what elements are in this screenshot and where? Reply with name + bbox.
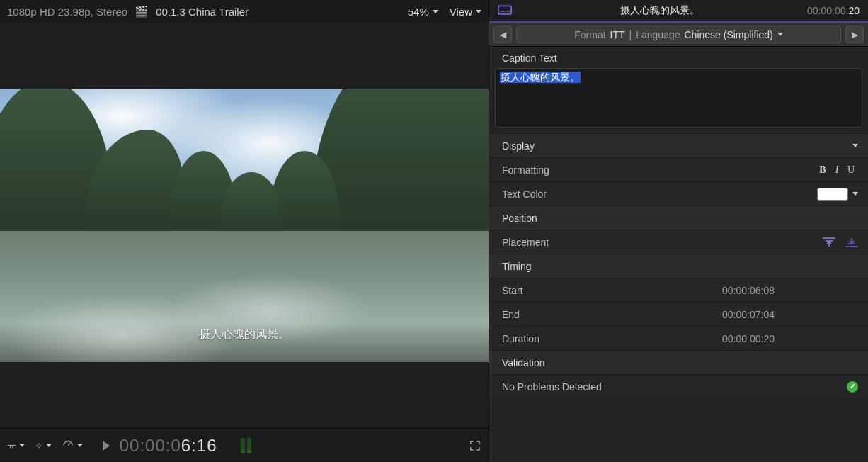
placement-bottom-icon[interactable] bbox=[845, 237, 858, 247]
duration-value[interactable]: 00:00:00:20 bbox=[722, 333, 858, 344]
placement-label: Placement bbox=[502, 237, 823, 248]
caption-text-input[interactable]: 摄人心魄的风景。 bbox=[495, 68, 862, 128]
clapper-icon: 🎬 bbox=[135, 5, 149, 18]
viewer-area[interactable]: 摄人心魄的风景。 bbox=[0, 23, 489, 428]
overlay-caption: 摄人心魄的风景。 bbox=[0, 327, 489, 342]
end-value[interactable]: 00:00:07:04 bbox=[722, 309, 858, 320]
formatting-row: Formatting B I U bbox=[489, 157, 868, 181]
formatting-label: Formatting bbox=[502, 164, 816, 176]
duration-row: Duration 00:00:00:20 bbox=[489, 326, 868, 350]
caption-text-section-label: Caption Text bbox=[489, 47, 868, 68]
format-language-selector[interactable]: Format ITT | Language Chinese (Simplifie… bbox=[516, 26, 841, 43]
caption-text-value: 摄人心魄的风景。 bbox=[500, 72, 581, 83]
timecode-dim: 00:00:0 bbox=[120, 436, 181, 455]
view-label: View bbox=[450, 6, 472, 18]
chevron-down-icon bbox=[77, 444, 83, 447]
position-section-header: Position bbox=[489, 205, 868, 230]
display-section-header[interactable]: Display bbox=[489, 133, 868, 157]
end-label: End bbox=[502, 309, 722, 320]
viewer-footer: 00:00:06:16 bbox=[0, 428, 489, 462]
timecode-bright: 6:16 bbox=[181, 436, 217, 455]
next-caption-button[interactable]: ▶ bbox=[845, 26, 864, 43]
validation-status-row: No Problems Detected ✓ bbox=[489, 374, 868, 398]
italic-button[interactable]: I bbox=[830, 164, 844, 176]
placement-top-icon[interactable] bbox=[823, 237, 835, 247]
inspector-timecode: 00:00:00:20 bbox=[807, 5, 860, 16]
placement-row: Placement bbox=[489, 230, 868, 254]
video-frame: 摄人心魄的风景。 bbox=[0, 89, 489, 362]
view-menu[interactable]: View bbox=[450, 6, 481, 18]
format-meta: 1080p HD 23.98p, Stereo bbox=[7, 6, 127, 18]
clip-title: 00.1.3 China Trailer bbox=[156, 6, 401, 18]
audio-levels bbox=[241, 438, 251, 453]
chevron-down-icon bbox=[19, 444, 25, 447]
viewer-timecode[interactable]: 00:00:06:16 bbox=[120, 436, 217, 456]
wand-icon bbox=[35, 440, 43, 451]
bold-button[interactable]: B bbox=[816, 164, 830, 176]
chevron-down-icon bbox=[852, 144, 858, 147]
format-value: ITT bbox=[610, 29, 625, 40]
text-color-swatch[interactable] bbox=[817, 188, 848, 201]
language-label: Language bbox=[636, 29, 680, 40]
crop-icon bbox=[7, 439, 16, 452]
caption-inspector-icon[interactable] bbox=[498, 5, 512, 16]
play-button[interactable] bbox=[103, 441, 110, 451]
check-ok-icon: ✓ bbox=[847, 381, 858, 393]
timing-section-header: Timing bbox=[489, 254, 868, 278]
prev-caption-button[interactable]: ◀ bbox=[493, 26, 512, 43]
start-value[interactable]: 00:00:06:08 bbox=[722, 285, 858, 296]
validation-status: No Problems Detected bbox=[502, 381, 847, 393]
chevron-down-icon bbox=[433, 10, 438, 13]
gauge-icon bbox=[62, 438, 74, 453]
start-label: Start bbox=[502, 285, 722, 296]
enhance-tool[interactable] bbox=[35, 440, 52, 451]
inspector-header: 摄人心魄的风景。 00:00:00:20 bbox=[489, 0, 868, 23]
chevron-down-icon bbox=[476, 10, 481, 13]
underline-button[interactable]: U bbox=[844, 164, 858, 176]
text-color-label: Text Color bbox=[502, 188, 817, 200]
validation-section-header: Validation bbox=[489, 350, 868, 374]
zoom-value: 54% bbox=[408, 6, 429, 18]
svg-rect-1 bbox=[500, 11, 505, 12]
svg-rect-0 bbox=[498, 6, 511, 14]
retime-tool[interactable] bbox=[62, 438, 83, 453]
text-color-row: Text Color bbox=[489, 181, 868, 205]
viewer-header: 1080p HD 23.98p, Stereo 🎬 00.1.3 China T… bbox=[0, 0, 489, 23]
inspector-title: 摄人心魄的风景。 bbox=[512, 4, 807, 17]
zoom-menu[interactable]: 54% bbox=[408, 6, 438, 18]
duration-label: Duration bbox=[502, 333, 722, 344]
chevron-down-icon bbox=[46, 444, 52, 447]
language-value: Chinese (Simplified) bbox=[685, 29, 773, 40]
fullscreen-button[interactable] bbox=[469, 439, 481, 452]
crop-tool[interactable] bbox=[7, 439, 25, 452]
chevron-down-icon[interactable] bbox=[852, 192, 858, 196]
svg-rect-2 bbox=[506, 11, 510, 12]
start-row: Start 00:00:06:08 bbox=[489, 278, 868, 302]
format-label: Format bbox=[574, 29, 605, 40]
end-row: End 00:00:07:04 bbox=[489, 302, 868, 326]
chevron-down-icon bbox=[777, 33, 783, 36]
